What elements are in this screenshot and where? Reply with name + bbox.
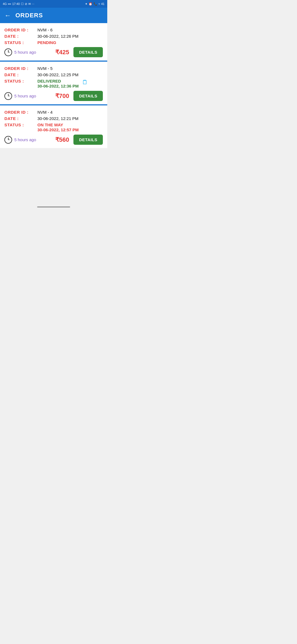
order-id-value-2: NVM - 5 [37,66,103,71]
status-value-3: ON THE WAY [37,122,63,127]
order-id-label-3: ORDER ID : [4,110,37,114]
time-section-3: 5 hours ago [4,136,36,144]
price-2: ₹700 [55,92,69,100]
date-value-3: 30-06-2022, 12:21 PM [37,116,103,121]
time-section-1: 5 hours ago [4,48,36,56]
page-title: ORDERS [15,12,43,19]
order-card-3: ORDER ID : NVM - 4 DATE : 30-06-2022, 12… [0,105,107,148]
status-bar: 4G ▪▪▪ 17:40 ☐ ⊘ ✉ ··· ✦ ⏰ 📞 ▿ 41 [0,0,107,8]
status-ontheway-block: ON THE WAY 30-06-2022, 12:57 PM [37,122,79,132]
status-row-2: STATUS : DELIVERED 30-06-2022, 12:36 PM … [4,79,103,89]
time-text: 17:40 [12,2,20,6]
date-row-3: DATE : 30-06-2022, 12:21 PM [4,116,103,121]
status-value-2: DELIVERED [37,79,61,83]
status-datetime-3: 30-06-2022, 12:57 PM [37,127,79,132]
order-id-label-1: ORDER ID : [4,28,37,32]
status-label-2: STATUS : [4,79,37,83]
status-label-1: STATUS : [4,40,37,45]
details-button-2[interactable]: DETAILS [73,91,103,101]
clock-icon-3 [4,136,12,144]
order-card-1: ORDER ID : NVM - 6 DATE : 30-06-2022, 12… [0,23,107,61]
clock-icon-1 [4,48,12,56]
orders-list: ORDER ID : NVM - 6 DATE : 30-06-2022, 12… [0,23,107,148]
back-button[interactable]: ← [4,12,11,19]
details-button-3[interactable]: DETAILS [73,135,103,145]
dots-icon: ··· [32,2,34,6]
status-bar-left: 4G ▪▪▪ 17:40 ☐ ⊘ ✉ ··· [3,2,34,6]
bottom-indicator [0,203,107,211]
status-row-3: STATUS : ON THE WAY 30-06-2022, 12:57 PM [4,122,103,132]
bottom-area [0,148,107,203]
alarm-icon: ⏰ [89,2,92,6]
date-label-1: DATE : [4,34,37,39]
time-section-2: 5 hours ago [4,92,36,100]
price-1: ₹425 [55,49,69,56]
order-card-2: ORDER ID : NVM - 5 DATE : 30-06-2022, 12… [0,62,107,104]
date-value-2: 30-06-2022, 12:25 PM [37,72,103,77]
date-label-3: DATE : [4,116,37,121]
header: ← ORDERS [0,8,107,23]
order-id-label-2: ORDER ID : [4,66,37,71]
help-icon: ⊘ [25,2,27,6]
call-icon: 📞 [94,2,97,6]
signal-text: 4G [3,2,7,6]
order-id-value-1: NVM - 6 [37,28,103,32]
clock-icon-2 [4,92,12,100]
order-id-row-1: ORDER ID : NVM - 6 [4,28,103,32]
signal-bars: ▪▪▪ [8,2,11,6]
order-id-row-2: ORDER ID : NVM - 5 [4,66,103,71]
price-3: ₹560 [55,136,69,143]
status-row-1: STATUS : PENDING [4,40,103,45]
bottom-nav-bar [37,206,70,208]
order-footer-2: 5 hours ago ₹700 DETAILS [4,91,103,101]
mail-icon: ✉ [28,2,31,6]
date-row-2: DATE : 30-06-2022, 12:25 PM [4,72,103,77]
date-row-1: DATE : 30-06-2022, 12:26 PM [4,34,103,39]
status-with-icon-2: DELIVERED 30-06-2022, 12:36 PM 🗒 [37,79,88,89]
clipboard-icon: ☐ [21,2,24,6]
battery-text: 41 [101,2,105,6]
order-footer-1: 5 hours ago ₹425 DETAILS [4,47,103,57]
order-id-row-3: ORDER ID : NVM - 4 [4,110,103,114]
time-ago-1: 5 hours ago [14,50,36,54]
date-label-2: DATE : [4,72,37,77]
wifi-icon: ▿ [98,2,100,6]
status-delivered-block: DELIVERED 30-06-2022, 12:36 PM [37,79,79,89]
date-value-1: 30-06-2022, 12:26 PM [37,34,103,39]
order-footer-3: 5 hours ago ₹560 DETAILS [4,135,103,145]
order-id-value-3: NVM - 4 [37,110,103,114]
status-bar-right: ✦ ⏰ 📞 ▿ 41 [85,2,105,6]
time-ago-3: 5 hours ago [14,137,36,142]
status-value-1: PENDING [37,40,56,45]
details-button-1[interactable]: DETAILS [73,47,103,57]
bluetooth-icon: ✦ [85,2,87,6]
status-label-3: STATUS : [4,122,37,127]
status-datetime-2: 30-06-2022, 12:36 PM [37,84,79,88]
time-ago-2: 5 hours ago [14,94,36,98]
note-icon-2: 🗒 [82,79,88,86]
